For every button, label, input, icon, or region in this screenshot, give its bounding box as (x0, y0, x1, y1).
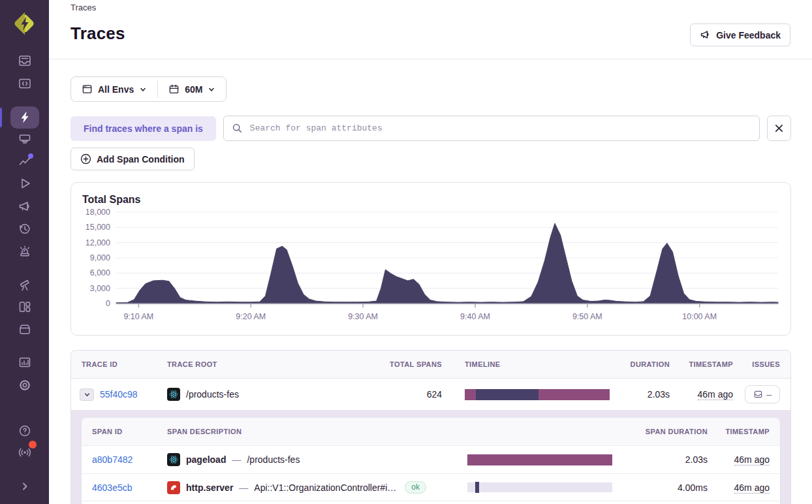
span-duration: 2.03s (612, 454, 708, 465)
span-row-partial (82, 501, 780, 504)
add-span-condition-button[interactable]: Add Span Condition (70, 148, 195, 170)
separator-dash: — (232, 454, 241, 465)
col-trace-id: Trace ID (71, 360, 167, 368)
sidebar-item-settings[interactable] (0, 374, 49, 396)
chevron-down-icon (139, 86, 147, 93)
sentry-logo[interactable] (0, 10, 49, 37)
chevron-down-icon (208, 86, 215, 93)
sidebar-item-alerts[interactable] (0, 240, 49, 262)
col-duration: Duration (610, 360, 670, 368)
sidebar-item-traces[interactable] (0, 105, 49, 130)
span-search-row: Find traces where a span is (70, 116, 791, 141)
whats-new-dot (29, 441, 37, 449)
spans-table: Span ID Span Description Span Duration T… (82, 418, 780, 504)
trace-timestamp[interactable]: 46m ago (698, 389, 733, 400)
date-range-filter[interactable]: 60M (158, 77, 226, 101)
spans-table-header: Span ID Span Description Span Duration T… (82, 418, 780, 446)
span-op: pageload (186, 454, 226, 465)
span-duration: 4.00ms (612, 482, 708, 493)
span-timestamp[interactable]: 46m ago (734, 482, 770, 494)
sidebar-item-dashboards[interactable] (0, 296, 49, 318)
siren-icon (18, 244, 32, 259)
span-row[interactable]: 4603e5cb http.server — Api::V1::Organiza… (82, 473, 780, 501)
span-op: http.server (186, 482, 233, 493)
sidebar-item-whats-new[interactable] (0, 441, 49, 463)
insights-icon (18, 132, 32, 146)
col-span-id: Span ID (82, 428, 167, 435)
explore-icon (18, 76, 32, 91)
sidebar-collapse-toggle[interactable] (0, 475, 49, 497)
separator-dash: — (239, 482, 248, 493)
collapse-trace-button[interactable] (80, 388, 94, 401)
sidebar-item-stats[interactable] (0, 351, 49, 373)
sidebar-item-replays[interactable] (0, 172, 49, 195)
svg-text:10:00 AM: 10:00 AM (682, 312, 717, 321)
page-filter-bar: All Envs 60M (70, 76, 226, 102)
new-feature-dot (28, 153, 33, 159)
sidebar-item-discover[interactable] (0, 274, 49, 296)
trace-row[interactable]: 55f40c98 /products-fes 624 (71, 379, 790, 410)
breadcrumb[interactable]: Traces (70, 3, 96, 12)
sidebar-item-metrics[interactable] (0, 150, 49, 172)
total-spans-panel: Total Spans 03,0006,0009,00012,00015,000… (70, 182, 791, 336)
environment-filter-label: All Envs (98, 84, 134, 95)
span-timestamp[interactable]: 46m ago (734, 454, 770, 465)
col-trace-root: Trace Root (167, 360, 364, 368)
svg-text:6,000: 6,000 (90, 268, 110, 277)
gear-icon (18, 378, 32, 392)
add-span-condition-label: Add Span Condition (97, 154, 185, 165)
span-description: /products-fes (247, 454, 300, 465)
search-box (223, 116, 760, 141)
svg-text:9,000: 9,000 (90, 253, 110, 262)
svg-text:9:40 AM: 9:40 AM (460, 312, 490, 321)
active-pill (10, 106, 39, 129)
span-row[interactable]: a80b7482 pageload — (82, 446, 780, 473)
trace-id-link[interactable]: 55f40c98 (100, 389, 138, 400)
svg-text:3,000: 3,000 (90, 284, 110, 293)
clear-search-button[interactable] (767, 116, 791, 141)
svg-text:15,000: 15,000 (86, 223, 110, 232)
span-id-link[interactable]: 4603e5cb (92, 482, 133, 493)
search-icon (232, 123, 243, 134)
sidebar-item-issues[interactable] (0, 50, 49, 72)
trace-issues-button[interactable]: – (745, 385, 780, 403)
date-range-label: 60M (185, 84, 202, 95)
find-traces-chip: Find traces where a span is (70, 116, 216, 141)
col-span-description: Span Description (167, 428, 467, 435)
trace-issues-count: – (767, 389, 772, 400)
play-icon (18, 176, 32, 191)
sentry-logo-icon (12, 10, 38, 37)
window-icon (82, 84, 93, 95)
expanded-trace-zone: Span ID Span Description Span Duration T… (71, 410, 790, 504)
traces-table-header: Trace ID Trace Root Total Spans Timeline… (71, 351, 790, 379)
span-attributes-search-input[interactable] (223, 116, 760, 141)
span-id-link[interactable]: a80b7482 (92, 454, 133, 465)
traces-icon (18, 110, 32, 125)
sidebar-item-explore[interactable] (0, 72, 49, 95)
plus-circle-icon (80, 153, 91, 165)
environment-filter[interactable]: All Envs (71, 77, 157, 101)
sidebar-item-releases[interactable] (0, 318, 49, 340)
total-spans-area-chart: 03,0006,0009,00012,00015,00018,0009:10 A… (82, 206, 779, 331)
calendar-icon (168, 84, 180, 95)
trace-timeline-bar (465, 389, 610, 400)
issues-icon (18, 54, 32, 68)
sidebar-item-history[interactable] (0, 217, 49, 240)
sidebar-item-feedback[interactable] (0, 195, 49, 217)
ruby-platform-icon (167, 481, 180, 494)
megaphone-icon (700, 29, 711, 40)
sidebar-item-insights[interactable] (0, 128, 49, 150)
col-span-timestamp: Timestamp (708, 428, 780, 435)
page-header: Traces Traces Give Feedback (49, 0, 812, 59)
svg-text:12,000: 12,000 (86, 238, 110, 247)
svg-text:0: 0 (106, 299, 110, 308)
give-feedback-button[interactable]: Give Feedback (690, 24, 790, 46)
telescope-icon (18, 277, 32, 292)
sidebar-item-help[interactable] (0, 420, 49, 442)
react-platform-icon (167, 388, 180, 401)
close-icon (774, 123, 784, 133)
col-timestamp: Timestamp (670, 360, 733, 368)
dashboards-icon (18, 300, 32, 314)
clock-history-icon (18, 221, 32, 236)
archive-box-icon (18, 322, 32, 336)
